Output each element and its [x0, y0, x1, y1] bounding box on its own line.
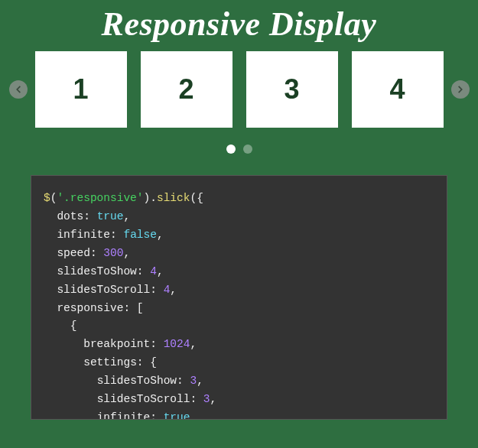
slides-track: 1 2 3 4 [35, 51, 444, 128]
code-example: $('.responsive').slick({ dots: true, inf… [31, 175, 447, 420]
dot[interactable] [226, 144, 236, 154]
slide[interactable]: 2 [141, 51, 232, 128]
pagination-dots [0, 144, 478, 154]
page-title: Responsive Display [0, 0, 478, 51]
carousel: 1 2 3 4 [0, 51, 478, 128]
dot[interactable] [243, 144, 252, 154]
prev-arrow[interactable] [9, 80, 28, 99]
chevron-right-icon [455, 84, 466, 95]
chevron-left-icon [13, 84, 24, 95]
slide[interactable]: 3 [246, 51, 338, 128]
slide[interactable]: 1 [35, 51, 127, 128]
slide[interactable]: 4 [352, 51, 444, 128]
next-arrow[interactable] [451, 80, 470, 99]
